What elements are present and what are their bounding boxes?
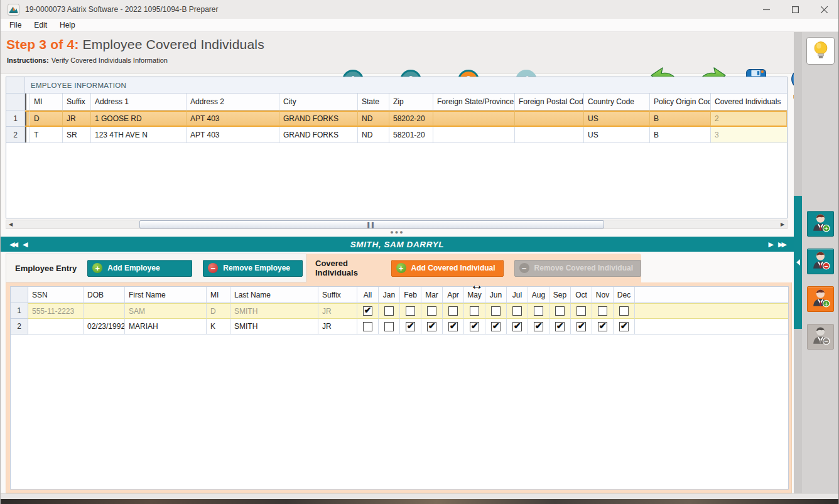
emp-cell-address-1[interactable]: 123 4TH AVE N	[91, 127, 187, 143]
cov-col-header-feb[interactable]: Feb	[400, 287, 421, 303]
emp-col-header-covered-individuals[interactable]: Covered Individuals	[711, 94, 787, 110]
menu-file[interactable]: File	[3, 19, 28, 31]
emp-col-header-foreign-state-province[interactable]: Foreign State/Province	[433, 94, 515, 110]
splitter-grip[interactable]: ●●●	[1, 230, 794, 235]
checkbox-dec[interactable]	[619, 306, 629, 316]
minimize-button[interactable]	[752, 0, 781, 19]
cov-cell-first-name[interactable]: MARIAH	[125, 319, 207, 335]
maximize-button[interactable]	[781, 0, 809, 19]
cov-col-header-dec[interactable]: Dec	[614, 287, 635, 303]
checkbox-may[interactable]	[470, 306, 479, 316]
add-employee-button[interactable]: + Add Employee	[87, 260, 192, 277]
covered-individual-row[interactable]: 1555-11-2223SAMDSMITHJR	[11, 303, 788, 319]
emp-cell-country-code[interactable]: US	[584, 127, 650, 143]
record-next-button[interactable]: ▶	[769, 240, 772, 249]
checkbox-may[interactable]	[470, 322, 479, 331]
checkbox-all[interactable]	[363, 306, 372, 316]
employee-row[interactable]: 2TSR123 4TH AVE NAPT 403GRAND FORKSND582…	[6, 127, 787, 143]
cov-col-header-dob[interactable]: DOB	[84, 287, 125, 303]
emp-cell-foreign-state-province[interactable]	[433, 110, 515, 127]
row-number[interactable]: 1	[11, 303, 28, 319]
emp-cell-country-code[interactable]: US	[584, 110, 650, 127]
close-button[interactable]	[809, 0, 838, 19]
cov-col-header-suffix[interactable]: Suffix	[318, 287, 357, 303]
cov-col-header-apr[interactable]: Apr	[443, 287, 464, 303]
checkbox-jun[interactable]	[491, 322, 501, 331]
emp-col-header-address-2[interactable]: Address 2	[187, 94, 279, 110]
cov-col-header-oct[interactable]: Oct	[571, 287, 592, 303]
checkbox-sep[interactable]	[555, 322, 565, 331]
emp-cell-address-2[interactable]: APT 403	[187, 127, 279, 143]
emp-cell-foreign-postal-code[interactable]	[515, 110, 584, 127]
cov-cell-ssn[interactable]	[28, 319, 84, 335]
checkbox-jul[interactable]	[512, 306, 522, 316]
checkbox-jan[interactable]	[384, 322, 394, 331]
emp-cell-covered-individuals[interactable]: 2	[711, 110, 787, 127]
checkbox-jan[interactable]	[384, 306, 394, 316]
emp-cell-city[interactable]: GRAND FORKS	[279, 110, 358, 127]
emp-cell-foreign-postal-code[interactable]	[515, 127, 584, 143]
emp-cell-address-2[interactable]: APT 403	[187, 110, 279, 127]
sidebar-add-covered-individual-button[interactable]: +	[807, 286, 834, 312]
cov-cell-mi[interactable]: K	[207, 319, 230, 335]
emp-col-header-mi[interactable]: MI	[30, 94, 63, 110]
covered-individual-row[interactable]: 202/23/1992MARIAHKSMITHJR	[11, 319, 788, 335]
checkbox-oct[interactable]	[576, 306, 586, 316]
cov-cell-suffix[interactable]: JR	[318, 319, 357, 335]
cov-col-header-aug[interactable]: Aug	[528, 287, 549, 303]
checkbox-feb[interactable]	[406, 322, 415, 331]
scroll-right-arrow[interactable]: ▶	[778, 222, 787, 227]
row-header-corner[interactable]	[6, 94, 25, 110]
cov-col-header-jul[interactable]: Jul	[507, 287, 528, 303]
row-number[interactable]: 2	[11, 319, 28, 335]
remove-employee-button[interactable]: − Remove Employee	[203, 260, 303, 277]
checkbox-aug[interactable]	[534, 306, 543, 316]
cov-col-header-last-name[interactable]: Last Name	[230, 287, 318, 303]
checkbox-mar[interactable]	[427, 306, 436, 316]
emp-col-header-suffix[interactable]: Suffix	[63, 94, 91, 110]
emp-cell-zip[interactable]: 58202-20	[389, 110, 433, 127]
emp-col-header-country-code[interactable]: Country Code	[584, 94, 650, 110]
cov-col-header-all[interactable]: All	[357, 287, 379, 303]
scroll-left-arrow[interactable]: ◀	[6, 222, 15, 227]
emp-col-header-zip[interactable]: Zip	[389, 94, 433, 110]
emp-cell-policy-origin-code[interactable]: B	[650, 127, 711, 143]
checkbox-oct[interactable]	[576, 322, 586, 331]
cov-cell-last-name[interactable]: SMITH	[230, 303, 318, 319]
cov-col-header-sep[interactable]: Sep	[549, 287, 571, 303]
cov-col-header-mi[interactable]: MI	[207, 287, 230, 303]
cov-cell-last-name[interactable]: SMITH	[230, 319, 318, 335]
sidebar-add-employee-button[interactable]: +	[807, 211, 834, 237]
cov-col-header-jan[interactable]: Jan	[379, 287, 400, 303]
cov-col-header-ssn[interactable]: SSN	[28, 287, 84, 303]
tab-employee-entry[interactable]: Employee Entry + Add Employee − Remove E…	[6, 254, 306, 282]
emp-cell-state[interactable]: ND	[358, 127, 389, 143]
emp-cell-address-1[interactable]: 1 GOOSE RD	[91, 110, 187, 127]
checkbox-nov[interactable]	[598, 306, 607, 316]
scrollbar-track[interactable]: ▌▌	[15, 220, 778, 228]
cov-cell-suffix[interactable]: JR	[318, 303, 357, 319]
record-last-button[interactable]: ▶▶	[778, 240, 785, 249]
cov-col-header-mar[interactable]: Mar	[421, 287, 443, 303]
emp-cell-state[interactable]: ND	[358, 110, 389, 127]
sidebar-collapse-handle[interactable]	[794, 196, 802, 329]
emp-cell-city[interactable]: GRAND FORKS	[279, 127, 358, 143]
checkbox-jun[interactable]	[491, 306, 501, 316]
checkbox-sep[interactable]	[555, 306, 565, 316]
emp-cell-suffix[interactable]: JR	[63, 110, 91, 127]
row-number[interactable]: 2	[6, 127, 25, 143]
emp-cell-mi[interactable]: T	[30, 127, 63, 143]
checkbox-nov[interactable]	[598, 322, 607, 331]
emp-cell-zip[interactable]: 58201-20	[389, 127, 433, 143]
checkbox-mar[interactable]	[427, 322, 436, 331]
cov-cell-first-name[interactable]: SAM	[125, 303, 207, 319]
remove-covered-individual-button[interactable]: − Remove Covered Individual	[514, 260, 641, 277]
emp-col-header-city[interactable]: City	[279, 94, 358, 110]
menu-help[interactable]: Help	[53, 19, 82, 31]
checkbox-dec[interactable]	[619, 322, 629, 331]
cov-cell-mi[interactable]: D	[207, 303, 230, 319]
row-header-corner[interactable]	[11, 287, 28, 303]
cov-cell-ssn[interactable]: 555-11-2223	[28, 303, 84, 319]
sidebar-remove-covered-individual-button[interactable]: −	[807, 324, 834, 350]
emp-col-header-state[interactable]: State	[358, 94, 389, 110]
